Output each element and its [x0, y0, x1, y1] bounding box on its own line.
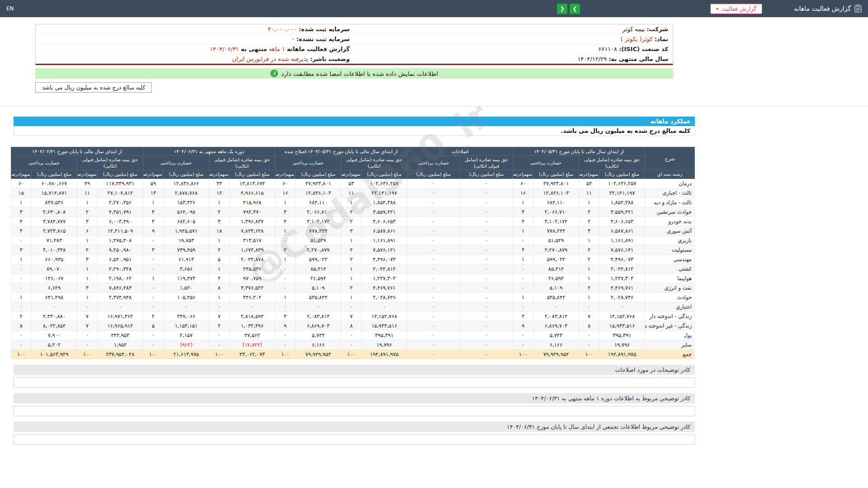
table-row: بدنه خودرو۴,۶۰۶,۶۵۳۲۳,۱۰۲,۱۷۲۴۰۰۴,۶۰۶,۶۵… — [11, 216, 694, 226]
table-cell: ۷ — [209, 311, 229, 321]
banner-text: اطلاعات نمایش داده شده با اطلاعات امضا ش… — [281, 70, 438, 77]
table-cell: ۷ — [77, 321, 97, 330]
table-cell: ۹ — [143, 226, 163, 235]
info-row: کد صنعت (ISIC): ۶۶۱۱۰۸ گزارش فعالیت ماها… — [36, 44, 673, 54]
table-cell: ۱ — [143, 197, 163, 207]
table-cell: ۴۷,۵۶۲ — [229, 330, 275, 340]
table-cell: ۳ — [77, 283, 97, 292]
table-cell: ۵۳۵,۸۴۲ — [533, 292, 579, 302]
report-type-button[interactable]: گزارش فعالیت ▾ — [710, 4, 762, 14]
table-cell: ۰ — [11, 264, 31, 273]
col-row-header: رشته بیمه اي — [645, 170, 695, 179]
performance-table: شرح از ابتدای سال مالی تا پایان مورخ ۱۴۰… — [11, 147, 695, 359]
table-cell: ۱,۰۳۲,۳۹۶ — [229, 321, 275, 330]
col-share: سهم(درصد) — [275, 170, 295, 179]
table-cell: ۴۳,۰۶۲,۰۷۳ — [229, 349, 275, 359]
comment-section-corrections: کادر توضیحات در مورد اصلاحات — [14, 365, 695, 388]
isic-value: ۶۶۱۱۰۸ — [598, 46, 617, 52]
table-cell: ۱ — [77, 273, 97, 283]
row-label: مهندسي — [645, 254, 695, 264]
table-cell: ۱ — [77, 235, 97, 245]
table-cell: (۱۷,۸۴۴) — [229, 340, 275, 349]
table-cell: ۴۷,۹۴۳,۸۰۱ — [295, 178, 341, 188]
table-cell: ۰ — [460, 302, 513, 311]
table-cell: ۳,۰۱۰,۳۳۸ — [31, 245, 77, 254]
table-cell: ۲,۰۴۴,۸۱۲ — [599, 264, 645, 273]
table-cell: ۲,۰۸۳,۸۱۴ — [295, 311, 341, 321]
table-cell: ۱,۱۵۳,۱۵۱ — [163, 321, 209, 330]
table-cell: ۵,۷۴۳ — [533, 330, 579, 340]
table-cell: ۲,۲۹۰,۳۴۸ — [97, 264, 143, 273]
table-cell: ۲,۰۴۴,۸۷۸ — [229, 254, 275, 264]
table-cell: ۱۴,۱۵۲,۷۶۸ — [599, 311, 645, 321]
table-cell: ۶,۸۶۹,۷۰۳ — [295, 321, 341, 330]
col-premium: حق بیمه صادره (شامل قبولی اتکایی) — [579, 156, 645, 170]
table-cell: ۰ — [460, 245, 513, 254]
table-cell: ۲ — [209, 273, 229, 283]
table-cell: ۵ — [209, 254, 229, 264]
table-cell: ۶,۱۶۶ — [533, 340, 579, 349]
registered-capital-field: سرمایه ثبت شده: ۴۰,۰۰۰,۰۰۰ — [36, 24, 354, 34]
table-cell: ۷۹,۹۴۹,۹۵۴ — [295, 349, 341, 359]
table-cell: ۱۰۰ — [77, 349, 97, 359]
table-cell: ۱۲,۸۳۶,۸۶۶ — [163, 178, 209, 188]
table-cell: ۱۴۶,۰۶۷ — [31, 273, 77, 283]
table-cell: ۱ — [275, 292, 295, 302]
col-amount: مبلغ (میلیون ریال) — [295, 170, 341, 179]
table-cell: ۶۰ — [275, 178, 295, 188]
table-cell: ۲ — [341, 207, 361, 216]
table-cell: ۱۲,۸۳۶,۱۰۳ — [295, 188, 341, 197]
table-cell: ۰ — [460, 226, 513, 235]
page-divider — [0, 106, 868, 107]
table-cell: ۴,۳۵۱,۷۹۱ — [97, 207, 143, 216]
table-cell: ۱ — [209, 235, 229, 245]
table-cell: ۰ — [361, 302, 407, 311]
table-cell: ۰ — [229, 302, 275, 311]
table-cell: ۰ — [407, 330, 460, 340]
table-cell: ۶۸۲,۶۰۵ — [163, 216, 209, 226]
table-cell: ۱۰۰ — [11, 349, 31, 359]
table-cell: ۰ — [533, 302, 579, 311]
table-cell: ۵۳ — [341, 178, 361, 188]
col-claims: خسارت پرداختی — [275, 156, 341, 170]
chevron-left-button[interactable]: ❮ — [557, 4, 567, 14]
col-claims: خسارت پرداختی — [407, 156, 460, 170]
table-cell: ۲ — [341, 216, 361, 226]
company-label: شرکت: — [647, 26, 668, 33]
table-cell: ۷ — [341, 311, 361, 321]
col-premium: حق بیمه صادره (شامل قبولی اتکایی) — [77, 156, 143, 170]
table-row: ثالث - مازاد و دیه۱,۸۵۴,۳۸۸۱۶۸۴,۱۱۰۱۰۰۱,… — [11, 197, 694, 207]
table-cell: ۴ — [275, 216, 295, 226]
language-toggle[interactable]: EN — [6, 5, 14, 12]
comment-label: کادر توضیحی مربوط اطلاعات تجمعی از ابتدا… — [14, 422, 695, 432]
table-cell: ۱۴,۱۵۲,۷۶۸ — [361, 311, 407, 321]
table-cell: ۷ — [579, 311, 599, 321]
col-amount: مبلغ (میلیون ریال) — [31, 170, 77, 179]
table-cell: ۵,۷۴۳ — [295, 330, 341, 340]
table-cell: ۱,۱۶۱,۸۹۱ — [599, 235, 645, 245]
table-cell: ۱,۹۴۵,۵۷۱ — [163, 226, 209, 235]
col-amount: مبلغ (میلیون ریال) — [533, 170, 579, 179]
table-cell: ۱۱ — [341, 188, 361, 197]
table-cell: ۳ — [275, 207, 295, 216]
table-cell: ۷,۵۷۶,۱۴۱ — [361, 245, 407, 254]
table-cell: ۰ — [209, 302, 229, 311]
table-row: سایر۱۹,۷۹۶۰۶,۱۶۶۰۰۰۱۹,۷۹۶۰۶,۱۶۶۰(۱۷,۸۴۴)… — [11, 340, 694, 349]
table-cell: ۷۹۲,۳۷۰ — [229, 207, 275, 216]
chevron-right-button[interactable]: ❯ — [570, 4, 580, 14]
table-cell: ۱ — [513, 197, 533, 207]
table-cell: ۱ — [275, 197, 295, 207]
table-row: کشتي۲,۰۴۴,۸۱۲۱۸۵,۴۱۴۰۰۰۲,۰۴۴,۸۱۲۱۸۵,۴۱۴۰… — [11, 264, 694, 273]
table-cell: ۲ — [579, 207, 599, 216]
table-cell: ۱ — [77, 197, 97, 207]
table-cell: ۴,۶۰۶,۶۵۳ — [599, 216, 645, 226]
col-premium: حق بیمه صادره (شامل قبولی اتکایی) — [341, 156, 407, 170]
table-cell: ۳ — [209, 216, 229, 226]
table-cell: ۰ — [407, 178, 460, 188]
table-cell: ۴,۴۹۶,۰۷۳ — [361, 254, 407, 264]
col-group-corrections: اصلاحات — [407, 147, 513, 156]
table-row: زندگي - غیر اندوخته دار۱۵,۹۳۳,۵۱۶۸۶,۸۶۹,… — [11, 321, 694, 330]
table-cell: ۴ — [513, 216, 533, 226]
table-cell: ۹,۲۵۰,۹۸۰ — [97, 245, 143, 254]
table-cell: ۱۵ — [11, 188, 31, 197]
